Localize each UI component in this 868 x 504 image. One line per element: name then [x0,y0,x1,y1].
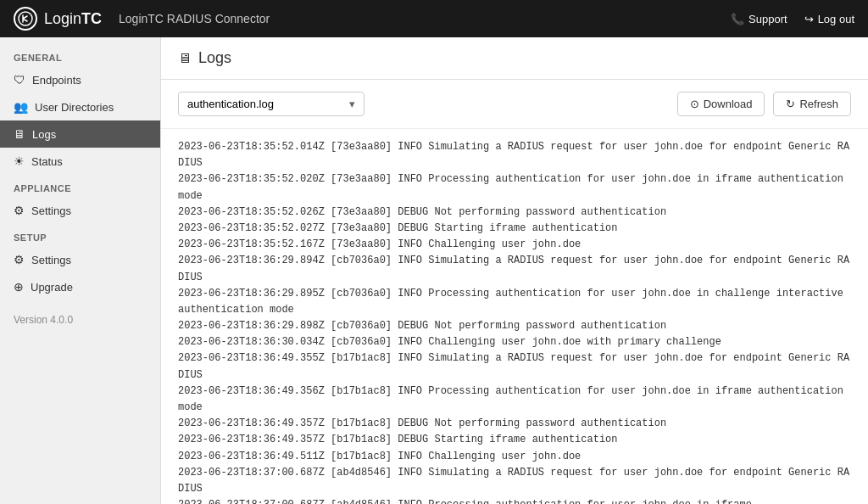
sidebar-item-upgrade[interactable]: ⊕ Upgrade [0,273,160,300]
log-output: 2023-06-23T18:35:52.014Z [73e3aa80] INFO… [161,129,868,504]
gear-icon: ⚙ [14,204,25,217]
sidebar-section-general: GENERAL [0,44,160,66]
app-name: LoginTC RADIUS Connector [119,12,270,25]
page-header: 🖥 Logs [161,37,868,80]
refresh-icon: ↻ [786,98,795,110]
gear2-icon: ⚙ [14,253,25,266]
logs-title-icon: 🖥 [178,51,192,66]
log-file-dropdown[interactable]: authentication.log ▾ [178,92,364,116]
logo-icon [14,7,37,31]
logout-link[interactable]: ↪ Log out [804,13,854,25]
shield-icon: 🛡 [14,73,25,87]
sidebar-item-label-endpoints: Endpoints [32,74,81,87]
refresh-button[interactable]: ↻ Refresh [773,92,851,116]
sidebar-section-appliance: APPLIANCE [0,175,160,197]
sidebar-version: Version 4.0.0 [0,300,160,333]
download-button[interactable]: ⊙ Download [677,92,765,116]
sidebar-item-setup-settings[interactable]: ⚙ Settings [0,246,160,273]
users-icon: 👥 [14,100,28,114]
logs-toolbar: authentication.log ▾ ⊙ Download ↻ Refres… [161,80,868,129]
sidebar-item-status[interactable]: ☀ Status [0,148,160,175]
top-nav-actions: 📞 Support ↪ Log out [731,13,854,25]
main-content: 🖥 Logs authentication.log ▾ ⊙ Download ↻… [161,37,868,504]
sidebar-item-label-user-directories: User Directories [35,101,114,114]
sidebar-item-label-logs: Logs [32,128,56,141]
top-nav: LoginTC LoginTC RADIUS Connector 📞 Suppo… [0,0,868,37]
sidebar-item-label-appliance-settings: Settings [31,204,71,217]
upgrade-icon: ⊕ [14,280,24,294]
logs-icon: 🖥 [14,127,25,141]
logintc-svg-icon [18,11,33,26]
sidebar-item-appliance-settings[interactable]: ⚙ Settings [0,197,160,224]
sidebar: GENERAL 🛡 Endpoints 👥 User Directories 🖥… [0,37,161,504]
logo-text: LoginTC [44,10,102,28]
sidebar-item-endpoints[interactable]: 🛡 Endpoints [0,66,160,93]
sidebar-section-setup: SETUP [0,224,160,246]
page-title: 🖥 Logs [178,49,231,67]
chevron-down-icon: ▾ [349,98,355,110]
main-layout: GENERAL 🛡 Endpoints 👥 User Directories 🖥… [0,37,868,504]
support-link[interactable]: 📞 Support [731,13,787,25]
status-icon: ☀ [14,154,25,168]
logout-icon: ↪ [804,13,814,25]
logo: LoginTC LoginTC RADIUS Connector [14,7,270,31]
sidebar-item-logs[interactable]: 🖥 Logs [0,120,160,148]
sidebar-item-label-setup-settings: Settings [31,254,71,266]
log-file-select-text: authentication.log [187,98,342,110]
sidebar-item-user-directories[interactable]: 👥 User Directories [0,93,160,120]
sidebar-item-label-status: Status [31,155,63,168]
svg-point-0 [19,12,32,25]
download-icon: ⊙ [690,98,699,110]
phone-icon: 📞 [731,13,744,25]
sidebar-item-label-upgrade: Upgrade [31,281,73,294]
